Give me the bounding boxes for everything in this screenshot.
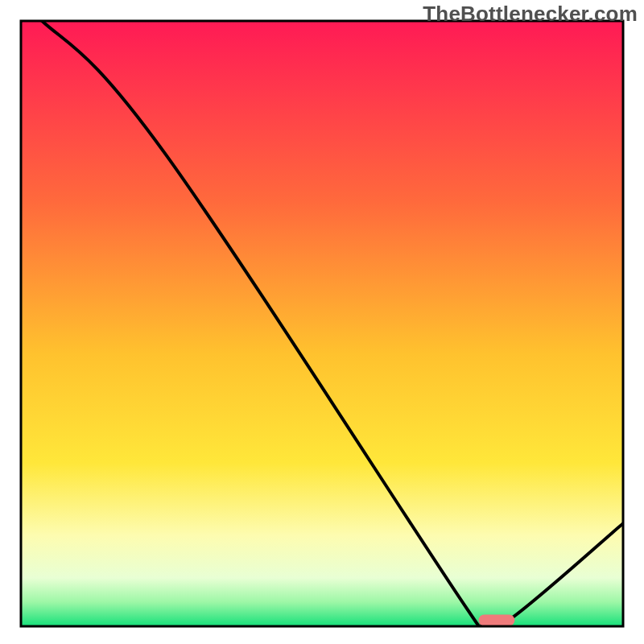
optimal-marker: [478, 614, 514, 625]
watermark-text: TheBottleneсker.com: [423, 2, 638, 27]
chart-container: TheBottleneсker.com: [0, 0, 644, 644]
plot-background: [21, 21, 623, 626]
bottleneck-chart: [0, 0, 644, 644]
